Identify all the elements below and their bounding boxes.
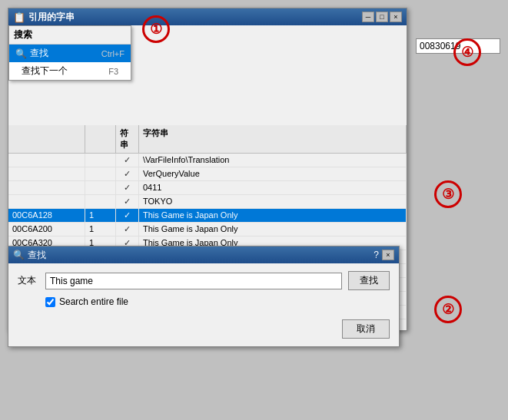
search-dropdown-menu: 搜索 🔍 查找 Ctrl+F 查找下一个 F3 [8,25,131,81]
col-address [8,125,85,153]
cell-value: This Game is Japan Only [139,209,407,222]
search-menu-header: 搜索 [9,26,131,45]
find-title-bar: 🔍 查找 ? × [8,246,399,263]
table-row[interactable]: ✓ VerQueryValue [8,167,407,181]
window-title: 引用的字串 [28,11,75,24]
col-symbol: 符串 [116,125,139,153]
find-dialog-icon: 🔍 [13,250,25,260]
table-row[interactable]: 00C6A200 1 ✓ This Game is Japan Only [8,223,407,236]
cell-count: 1 [85,209,116,222]
search-find-icon: 🔍 [15,48,27,59]
entire-file-label: Search entire file [59,296,128,307]
find-shortcut: Ctrl+F [101,49,125,58]
cell-address [8,154,85,167]
cell-check: ✓ [116,167,139,180]
entire-file-checkbox[interactable] [45,297,55,307]
cell-address: 00C6A200 [8,223,85,236]
find-execute-button[interactable]: 查找 [348,271,390,290]
close-button[interactable]: × [390,12,402,22]
find-text-row: 文本 查找 [18,271,390,290]
search-find-label: 查找 [30,47,48,60]
find-text-label: 文本 [18,274,39,287]
cancel-button[interactable]: 取消 [342,319,390,339]
cell-address: 00C6A128 [8,209,85,222]
cell-value: This Game is Japan Only [139,223,407,236]
find-checkbox-row: Search entire file [45,296,390,307]
table-row[interactable]: ✓ 0411 [8,181,407,195]
table-row[interactable]: ✓ \VarFileInfo\Translation [8,154,407,167]
right-input-container [416,38,500,54]
find-body: 文本 查找 Search entire file [8,263,399,315]
col-string: 字符串 [139,125,407,153]
cell-count [85,154,116,167]
maximize-button[interactable]: □ [376,12,388,22]
find-next-item[interactable]: 查找下一个 F3 [9,62,131,80]
cell-value: \VarFileInfo\Translation [139,154,407,167]
address-input[interactable] [416,38,500,54]
cell-value: TOKYO [139,195,407,208]
minimize-button[interactable]: ─ [362,12,374,22]
find-dialog-close[interactable]: × [382,250,394,260]
table-header: 符串 字符串 [8,125,407,154]
find-next-shortcut: F3 [108,67,118,76]
cell-check: ✓ [116,154,139,167]
find-dialog: 🔍 查找 ? × 文本 查找 Search entire file 取消 [8,246,400,347]
cell-address [8,195,85,208]
find-footer: 取消 [8,315,399,346]
cell-count [85,195,116,208]
col-count [85,125,116,153]
cell-count [85,167,116,180]
cell-check: ✓ [116,181,139,194]
find-next-label: 查找下一个 [22,64,68,78]
find-dialog-title: 查找 [28,249,46,262]
cell-count [85,181,116,194]
search-find-item[interactable]: 🔍 查找 Ctrl+F [9,45,131,62]
cell-check: ✓ [116,209,139,222]
annotation-2: ② [434,296,462,323]
window-controls: ─ □ × [362,12,402,22]
cell-address [8,167,85,180]
cell-value: 0411 [139,181,407,194]
annotation-3: ③ [434,180,462,208]
table-row[interactable]: ✓ TOKYO [8,195,407,209]
main-title-bar: 📋 引用的字串 ─ □ × [8,8,407,25]
window-icon: 📋 [13,12,25,23]
cell-value: VerQueryValue [139,167,407,180]
cell-check: ✓ [116,223,139,236]
find-text-input[interactable] [45,273,342,289]
cell-check: ✓ [116,195,139,208]
cell-count: 1 [85,223,116,236]
find-dialog-help[interactable]: ? [374,250,379,260]
cell-address [8,181,85,194]
table-row[interactable]: 00C6A128 1 ✓ This Game is Japan Only [8,209,407,223]
